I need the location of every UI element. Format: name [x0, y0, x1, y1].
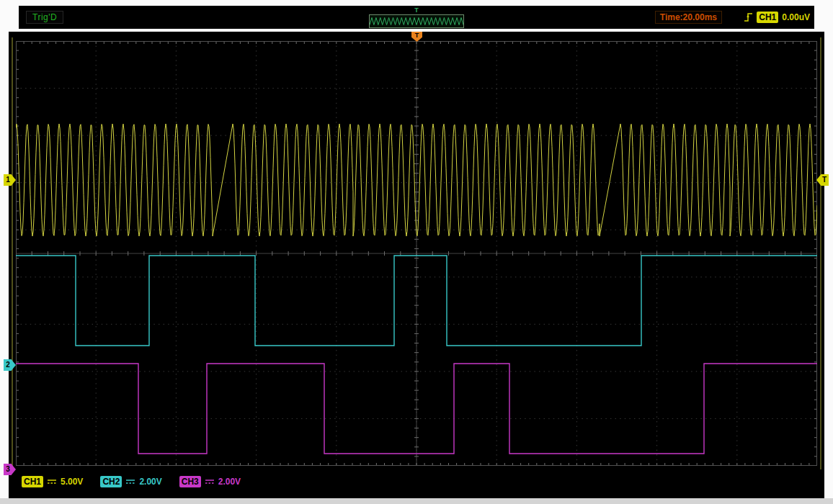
- right-bezel-line: [820, 37, 821, 492]
- ch2-badge[interactable]: CH2: [100, 476, 122, 487]
- ch1-scale-readout: 5.00V: [61, 477, 83, 487]
- horizontal-position-preview[interactable]: [369, 14, 464, 28]
- channel-bar: CH1 5.00V CH2 2.00V CH3: [9, 469, 824, 494]
- oscilloscope-app: Trig'D T Time:20.00ms CH1 0.00uV CH1: [0, 0, 833, 504]
- rising-edge-icon: [744, 11, 753, 24]
- dc-coupling-icon: [205, 478, 215, 485]
- timebase-readout: Time:20.00ms: [655, 11, 722, 24]
- ch1-badge[interactable]: CH1: [22, 476, 43, 487]
- trigger-position-mini-label: T: [414, 6, 419, 14]
- trigger-level-readout: 0.00uV: [782, 12, 810, 22]
- dc-coupling-icon: [125, 478, 135, 485]
- status-bar: Trig'D T Time:20.00ms CH1 0.00uV: [19, 6, 814, 29]
- channel-group-ch3: CH3 2.00V: [179, 476, 241, 487]
- ch2-scale-readout: 2.00V: [139, 477, 161, 487]
- scope-display: CH1 5.00V CH2 2.00V CH3: [9, 32, 824, 498]
- left-bezel-line: [12, 37, 13, 492]
- dc-coupling-icon: [47, 478, 57, 485]
- trigger-status: Trig'D: [26, 11, 63, 24]
- ch3-badge[interactable]: CH3: [179, 476, 201, 487]
- ch3-scale-readout: 2.00V: [218, 477, 241, 487]
- trigger-source-badge[interactable]: CH1: [757, 12, 778, 23]
- waveform-preview-icon: [370, 15, 463, 27]
- channel-group-ch1: CH1 5.00V: [22, 476, 83, 487]
- waveform-graticule: [16, 41, 817, 466]
- trigger-info: CH1 0.00uV: [744, 9, 810, 25]
- channel-group-ch2: CH2 2.00V: [100, 476, 161, 487]
- window-bottom-strip: [0, 498, 833, 504]
